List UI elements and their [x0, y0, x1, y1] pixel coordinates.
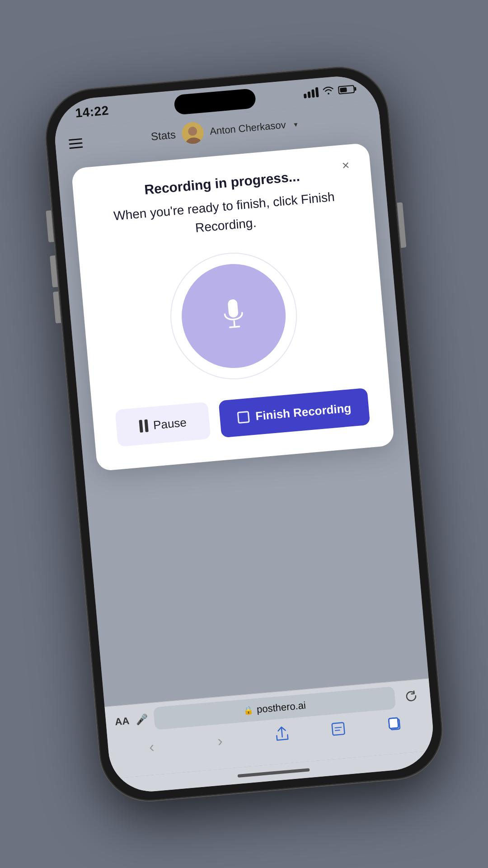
pause-button-label: Pause [153, 415, 187, 432]
microphone-icon [216, 298, 251, 334]
user-name-label: Anton Cherkasov [209, 119, 286, 137]
main-area: × Recording in progress... When you're r… [57, 132, 429, 707]
svg-line-4 [234, 321, 235, 327]
app-content: Stats Anton Cherkasov ▾ × [54, 101, 436, 795]
signal-bars-icon [303, 87, 319, 99]
finish-recording-label: Finish Recording [255, 401, 352, 423]
hamburger-menu-button[interactable] [69, 138, 83, 149]
browser-forward-button[interactable]: › [206, 731, 234, 751]
status-icons [303, 83, 355, 99]
mic-inner-circle[interactable] [178, 259, 290, 372]
reload-button[interactable] [400, 685, 422, 707]
finish-recording-icon [237, 411, 250, 424]
finish-recording-button[interactable]: Finish Recording [219, 388, 371, 438]
phone-inner: 14:22 [52, 73, 436, 795]
status-time: 14:22 [75, 103, 109, 120]
browser-bookmarks-button[interactable] [330, 721, 347, 741]
browser-mic-icon[interactable]: 🎤 [135, 713, 148, 726]
browser-aa-button[interactable]: AA [114, 715, 130, 728]
user-dropdown-icon[interactable]: ▾ [294, 120, 298, 129]
svg-rect-3 [227, 299, 238, 318]
browser-back-button[interactable]: ‹ [137, 737, 166, 757]
phone-outer: 14:22 [42, 63, 446, 805]
battery-icon [338, 85, 355, 94]
browser-tabs-button[interactable] [387, 716, 404, 736]
dynamic-island [174, 88, 256, 115]
browser-share-button[interactable] [274, 726, 290, 745]
lock-icon: 🔒 [243, 705, 253, 716]
home-bar [238, 768, 310, 778]
stats-nav-label: Stats [150, 128, 176, 143]
svg-line-5 [230, 326, 239, 327]
mic-container [102, 242, 365, 390]
recording-modal: × Recording in progress... When you're r… [71, 143, 394, 472]
svg-rect-6 [332, 722, 345, 735]
action-buttons-row: Pause Finish Recording [115, 388, 370, 447]
mic-outer-ring [165, 247, 302, 384]
avatar [181, 121, 205, 145]
modal-close-button[interactable]: × [337, 157, 355, 175]
wifi-icon [323, 85, 334, 98]
pause-icon [139, 420, 148, 433]
svg-rect-8 [389, 718, 399, 729]
url-text: posthero.ai [256, 699, 306, 715]
pause-button[interactable]: Pause [115, 402, 211, 447]
